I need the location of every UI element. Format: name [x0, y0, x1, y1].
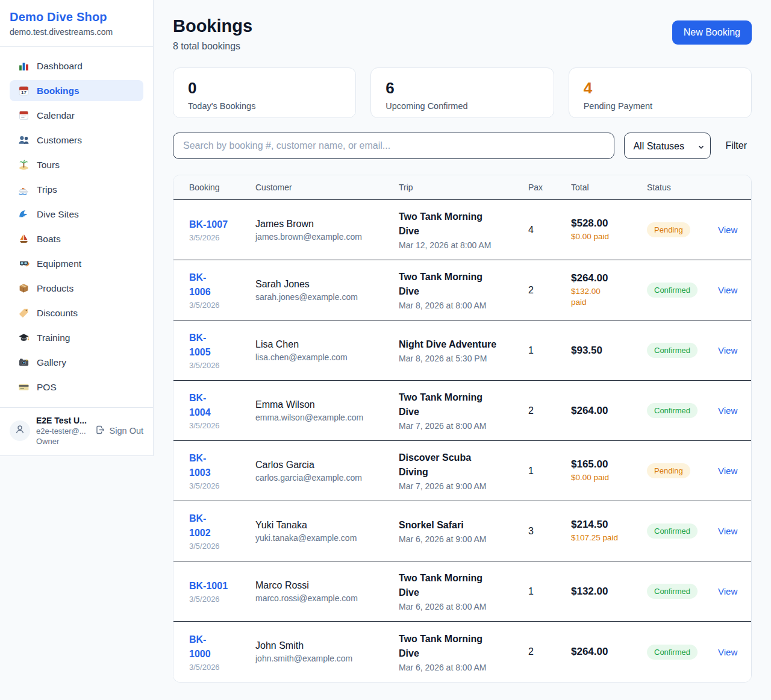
new-booking-button[interactable]: New Booking [672, 20, 752, 45]
sidebar-item-label: Tours [37, 160, 60, 170]
customer-email: emma.wilson@example.com [255, 413, 399, 422]
booking-date: 3/5/2026 [189, 663, 255, 672]
booking-id-link[interactable]: BK- 1005 [189, 331, 255, 360]
booking-id-link[interactable]: BK-1007 [189, 217, 255, 232]
total-amount: $264.00 [571, 405, 647, 417]
sidebar-item-label: Customers [37, 135, 82, 146]
sidebar-item-calendar[interactable]: Calendar [10, 105, 143, 126]
sidebar-item-dive-sites[interactable]: Dive Sites [10, 204, 143, 225]
total-amount: $132.00 [571, 586, 647, 598]
booking-date: 3/5/2026 [189, 481, 255, 490]
view-link[interactable]: View [718, 225, 740, 235]
sidebar-item-equipment[interactable]: Equipment [10, 253, 143, 274]
island-icon [18, 159, 30, 170]
pax-count: 2 [528, 405, 571, 416]
total-cell: $165.00$0.00 paid [571, 458, 647, 483]
sidebar-item-training[interactable]: Training [10, 327, 143, 348]
sidebar-item-dashboard[interactable]: Dashboard [10, 55, 143, 77]
trip-cell: Two Tank Morning DiveMar 6, 2026 at 8:00… [399, 632, 528, 672]
view-link[interactable]: View [718, 405, 740, 416]
page-title: Bookings [173, 16, 252, 36]
status-badge: Confirmed [647, 283, 698, 298]
sidebar-item-discounts[interactable]: Discounts [10, 302, 143, 323]
view-link[interactable]: View [718, 466, 740, 476]
graduation-cap-icon [18, 332, 30, 343]
total-amount: $528.00 [571, 217, 647, 230]
customer-name: Lisa Chen [255, 339, 399, 350]
camera-icon [18, 357, 30, 368]
stat-cards: 0 Today's Bookings 6 Upcoming Confirmed … [173, 67, 752, 118]
booking-id-link[interactable]: BK- 1002 [189, 511, 255, 540]
customer-name: James Brown [255, 219, 399, 230]
status-select-wrap: All Statuses [624, 133, 711, 159]
trip-cell: Discover Scuba DivingMar 7, 2026 at 9:00… [399, 451, 528, 491]
sidebar-item-boats[interactable]: Boats [10, 228, 143, 249]
status-badge: Confirmed [647, 584, 698, 599]
status-badge: Pending [647, 463, 690, 478]
sidebar-item-label: POS [37, 382, 57, 393]
customer-email: james.brown@example.com [255, 232, 399, 242]
trip-datetime: Mar 8, 2026 at 8:00 AM [399, 301, 528, 310]
status-cell: Confirmed [647, 645, 718, 660]
booking-id-link[interactable]: BK- 1003 [189, 451, 255, 480]
sailboat-icon [18, 233, 30, 245]
booking-id-link[interactable]: BK- 1004 [189, 391, 255, 420]
sidebar-item-pos[interactable]: POS [10, 377, 143, 398]
filter-button[interactable]: Filter [720, 140, 752, 151]
trip-name: Two Tank Morning Dive [399, 390, 528, 419]
sidebar-item-tours[interactable]: Tours [10, 154, 143, 175]
view-link[interactable]: View [718, 647, 740, 657]
customer-cell: John Smithjohn.smith@example.com [255, 640, 399, 663]
bookings-table: BookingCustomerTripPaxTotalStatus BK-100… [173, 175, 752, 683]
total-amount: $264.00 [571, 272, 647, 284]
booking-id-link[interactable]: BK-1001 [189, 579, 255, 593]
sidebar-item-gallery[interactable]: Gallery [10, 352, 143, 373]
view-link[interactable]: View [718, 285, 740, 295]
sidebar-nav: Dashboard17BookingsCalendarCustomersTour… [0, 47, 153, 407]
status-select[interactable]: All Statuses [624, 133, 711, 159]
status-cell: Confirmed [647, 523, 718, 539]
table-row: BK- 10053/5/2026Lisa Chenlisa.chen@examp… [173, 320, 751, 381]
sidebar-item-products[interactable]: Products [10, 278, 143, 299]
booking-date: 3/5/2026 [189, 542, 255, 551]
stat-label: Upcoming Confirmed [386, 101, 538, 111]
user-name: E2E Test U... [36, 416, 89, 425]
status-badge: Confirmed [647, 403, 698, 418]
logout-icon [95, 425, 105, 437]
status-cell: Confirmed [647, 343, 718, 358]
table-row: BK- 10003/5/2026John Smithjohn.smith@exa… [173, 622, 751, 682]
speedboat-icon [18, 184, 30, 195]
view-link[interactable]: View [718, 345, 740, 355]
column-header-status: Status [647, 183, 718, 192]
svg-text:17: 17 [21, 90, 27, 95]
booking-id-link[interactable]: BK- 1000 [189, 633, 255, 661]
total-amount: $214.50 [571, 519, 647, 531]
sidebar-item-label: Gallery [37, 357, 66, 368]
table-body: BK-10073/5/2026James Brownjames.brown@ex… [173, 200, 751, 682]
view-link[interactable]: View [718, 586, 740, 596]
customer-email: sarah.jones@example.com [255, 292, 399, 302]
trip-cell: Two Tank Morning DiveMar 7, 2026 at 8:00… [399, 390, 528, 431]
sign-out-button[interactable]: Sign Out [95, 425, 143, 437]
table-header-row: BookingCustomerTripPaxTotalStatus [173, 175, 751, 200]
pax-count: 1 [528, 466, 571, 477]
tag-icon [18, 307, 30, 319]
table-row: BK- 10043/5/2026Emma Wilsonemma.wilson@e… [173, 381, 751, 441]
table-row: BK-10013/5/2026Marco Rossimarco.rossi@ex… [173, 561, 751, 622]
trip-name: Two Tank Morning Dive [399, 632, 528, 661]
stat-label: Today's Bookings [188, 101, 341, 111]
table-row: BK- 10063/5/2026Sarah Jonessarah.jones@e… [173, 260, 751, 320]
sidebar-item-bookings[interactable]: 17Bookings [10, 80, 143, 101]
sidebar-item-trips[interactable]: Trips [10, 179, 143, 200]
search-input[interactable] [173, 133, 614, 159]
table-row: BK- 10023/5/2026Yuki Tanakayuki.tanaka@e… [173, 501, 751, 561]
sidebar-item-customers[interactable]: Customers [10, 130, 143, 151]
booking-date: 3/5/2026 [189, 421, 255, 430]
tear-calendar-icon [18, 110, 30, 121]
status-cell: Pending [647, 222, 718, 237]
booking-id-link[interactable]: BK- 1006 [189, 270, 255, 299]
total-cell: $132.00 [571, 586, 647, 598]
trip-datetime: Mar 6, 2026 at 9:00 AM [399, 534, 528, 544]
column-header-customer: Customer [255, 183, 399, 192]
view-link[interactable]: View [718, 526, 740, 536]
